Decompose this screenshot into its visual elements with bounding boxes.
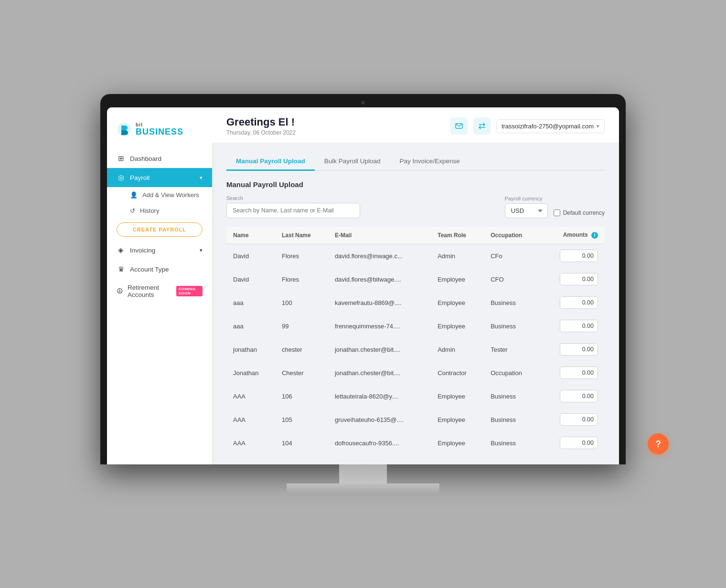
- user-email: trassoizifrafo-2750@yopmail.com: [502, 123, 594, 130]
- main-content: Greetings El ! Thursday, 06 October 2022: [212, 107, 619, 464]
- cell-role: Employee: [431, 268, 484, 291]
- search-input[interactable]: [226, 203, 360, 218]
- tab-manual-payroll[interactable]: Manual Payroll Upload: [226, 153, 315, 171]
- cell-occupation: Tester: [484, 338, 540, 361]
- cell-lastname: 100: [275, 291, 328, 315]
- chevron-down-icon: ▾: [200, 247, 203, 253]
- sidebar-item-label: Payroll: [130, 174, 149, 181]
- cell-name: Jonathan: [226, 361, 275, 385]
- invoicing-icon: ◈: [117, 246, 125, 254]
- cell-name: aaa: [226, 315, 275, 338]
- sidebar-item-dashboard[interactable]: ⊞ Dashboard: [107, 149, 212, 168]
- amount-input[interactable]: [560, 413, 598, 426]
- amounts-info-icon[interactable]: i: [591, 232, 598, 239]
- topbar-right: trassoizifrafo-2750@yopmail.com ▾: [450, 117, 605, 135]
- sidebar-item-add-workers[interactable]: 👤 Add & View Workers: [107, 187, 212, 203]
- search-group: Search: [226, 195, 360, 218]
- cell-email: frennequimmesse-74....: [328, 315, 431, 338]
- controls-row: Search Payroll currency USD EUR GBP: [226, 195, 605, 218]
- coming-soon-badge: COMING SOON: [176, 286, 203, 296]
- col-header-email: E-Mail: [328, 227, 431, 244]
- sidebar-item-invoicing[interactable]: ◈ Invoicing ▾: [107, 241, 212, 260]
- cell-amount: [540, 338, 605, 361]
- topbar: Greetings El ! Thursday, 06 October 2022: [212, 107, 619, 143]
- cell-amount: [540, 361, 605, 385]
- cell-name: AAA: [226, 431, 275, 455]
- sub-nav-label: Add & View Workers: [142, 191, 199, 199]
- cell-occupation: Business: [484, 385, 540, 408]
- cell-amount: [540, 315, 605, 338]
- payroll-subnav: 👤 Add & View Workers ↺ History CREATE PA…: [107, 187, 212, 241]
- amount-input[interactable]: [560, 320, 598, 332]
- default-currency-checkbox[interactable]: [554, 210, 560, 216]
- sidebar-item-retirement[interactable]: ☮ Retirement Accounts COMING SOON: [107, 279, 212, 304]
- add-workers-icon: 👤: [130, 191, 138, 199]
- table-row: jonathan chester jonathan.chester@bit...…: [226, 338, 605, 361]
- cell-email: david.flores@bitwage....: [328, 268, 431, 291]
- amount-input[interactable]: [560, 343, 598, 356]
- sidebar-item-label: Retirement Accounts: [128, 284, 170, 298]
- cell-role: Employee: [431, 291, 484, 315]
- default-currency-group: Default currency: [554, 210, 605, 216]
- cell-role: Admin: [431, 244, 484, 268]
- cell-amount: [540, 291, 605, 315]
- currency-label: Payroll currency: [505, 196, 548, 201]
- currency-group: Payroll currency USD EUR GBP BTC: [505, 196, 605, 218]
- cell-lastname: Chester: [275, 361, 328, 385]
- section-title: Manual Payroll Upload: [226, 180, 605, 189]
- amount-input[interactable]: [560, 250, 598, 262]
- notifications-button[interactable]: [450, 117, 468, 135]
- transfer-button[interactable]: [473, 117, 491, 135]
- create-payroll-button[interactable]: CREATE PAYROLL: [117, 222, 203, 237]
- tab-bulk-payroll[interactable]: Bulk Payroll Upload: [315, 153, 390, 171]
- amount-input[interactable]: [560, 437, 598, 449]
- col-header-lastname: Last Name: [275, 227, 328, 244]
- cell-name: David: [226, 268, 275, 291]
- col-header-occupation: Occupation: [484, 227, 540, 244]
- table-row: David Flores david.flores@inwage.c... Ad…: [226, 244, 605, 268]
- svg-line-2: [456, 124, 459, 126]
- sidebar-item-label: Invoicing: [130, 247, 155, 254]
- logo: bit BUSINESS: [107, 117, 212, 149]
- date-label: Thursday, 06 October 2022: [226, 129, 296, 136]
- cell-role: Employee: [431, 315, 484, 338]
- cell-role: Admin: [431, 338, 484, 361]
- cell-email: david.flores@inwage.c...: [328, 244, 431, 268]
- cell-amount: [540, 385, 605, 408]
- amount-input[interactable]: [560, 390, 598, 402]
- sidebar-item-history[interactable]: ↺ History: [107, 203, 212, 219]
- help-button[interactable]: ?: [648, 433, 669, 454]
- cell-lastname: chester: [275, 338, 328, 361]
- amount-input[interactable]: [560, 367, 598, 379]
- cell-occupation: CFo: [484, 244, 540, 268]
- cell-email: lettauteirala-8620@y....: [328, 385, 431, 408]
- cell-lastname: 99: [275, 315, 328, 338]
- amount-input[interactable]: [560, 296, 598, 309]
- tab-pay-invoice[interactable]: Pay Invoice/Expense: [390, 153, 470, 171]
- cell-occupation: Business: [484, 431, 540, 455]
- cell-name: AAA: [226, 385, 275, 408]
- user-menu-chevron: ▾: [597, 123, 599, 129]
- cell-email: gruveíhateuho-6135@....: [328, 408, 431, 431]
- table-row: David Flores david.flores@bitwage.... Em…: [226, 268, 605, 291]
- logo-wage: BUSINESS: [136, 127, 183, 136]
- tabs-row: Manual Payroll Upload Bulk Payroll Uploa…: [226, 153, 605, 171]
- cell-amount: [540, 244, 605, 268]
- cell-name: jonathan: [226, 338, 275, 361]
- svg-line-3: [459, 124, 462, 126]
- currency-select[interactable]: USD EUR GBP BTC: [505, 203, 548, 218]
- cell-email: jonathan.chester@bit....: [328, 338, 431, 361]
- history-icon: ↺: [130, 207, 135, 214]
- col-header-role: Team Role: [431, 227, 484, 244]
- amount-input[interactable]: [560, 273, 598, 285]
- user-menu[interactable]: trassoizifrafo-2750@yopmail.com ▾: [496, 119, 605, 133]
- col-header-name: Name: [226, 227, 275, 244]
- cell-occupation: Business: [484, 408, 540, 431]
- sidebar-item-account-type[interactable]: ♛ Account Type: [107, 260, 212, 279]
- sidebar-item-label: Account Type: [130, 266, 169, 273]
- sidebar-item-payroll[interactable]: ◎ Payroll ▾: [107, 168, 212, 187]
- greeting-title: Greetings El !: [226, 116, 296, 128]
- cell-role: Employee: [431, 385, 484, 408]
- cell-role: Employee: [431, 408, 484, 431]
- retirement-icon: ☮: [117, 287, 123, 295]
